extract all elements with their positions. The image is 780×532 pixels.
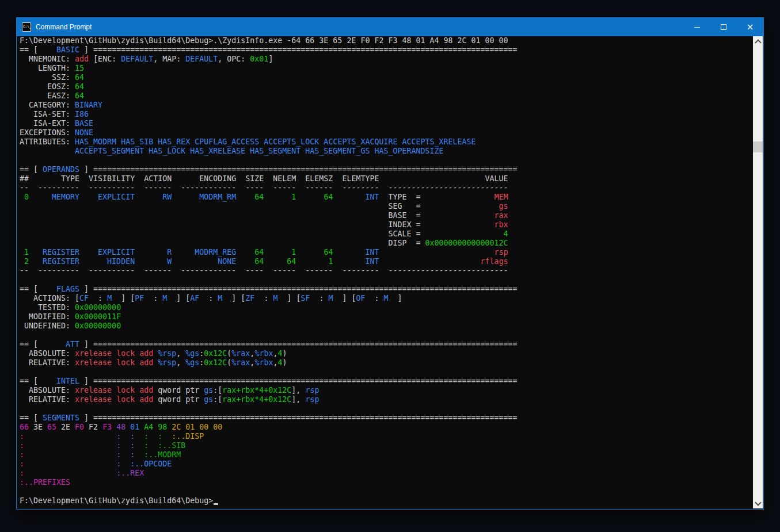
terminal-line: == [ ATT ] =============================… <box>20 340 753 349</box>
terminal-line: == [ OPERANDS ] ========================… <box>20 165 753 174</box>
chevron-down-icon <box>755 499 761 506</box>
terminal-line: 0 MEMORY EXPLICIT RW MODRM_RM 64 1 64 IN… <box>20 193 753 202</box>
terminal-line: SSZ: 64 <box>20 73 753 82</box>
terminal-line: == [ FLAGS ] ===========================… <box>20 285 753 294</box>
terminal-line: SCALE = 4 <box>20 229 753 239</box>
terminal-line: RELATIVE: xrelease lock add qword ptr gs… <box>20 395 753 404</box>
terminal-line: ATTRIBUTES: HAS_MODRM HAS_SIB HAS_REX CP… <box>20 137 753 147</box>
text-cursor <box>214 503 218 505</box>
terminal-line: ## TYPE VISIBILITY ACTION ENCODING SIZE … <box>20 174 753 183</box>
terminal-line: EASZ: 64 <box>20 91 753 101</box>
close-button[interactable]: × <box>737 18 763 36</box>
scrollbar-thumb[interactable] <box>753 141 763 152</box>
terminal-line: LENGTH: 15 <box>20 64 753 73</box>
vertical-scrollbar[interactable] <box>753 36 763 508</box>
terminal-line: ABSOLUTE: xrelease lock add qword ptr gs… <box>20 386 753 395</box>
terminal-line: : :..REX <box>20 469 753 478</box>
terminal-line <box>20 275 753 285</box>
chevron-up-icon <box>755 39 761 45</box>
terminal-line <box>20 487 753 496</box>
terminal-line: ACCEPTS_SEGMENT HAS_LOCK HAS_XRELEASE HA… <box>20 147 753 156</box>
terminal-line: CATEGORY: BINARY <box>20 101 753 110</box>
terminal-line: F:\Development\GitHub\zydis\Build64\Debu… <box>20 36 753 45</box>
terminal-line: == [ BASIC ] ===========================… <box>20 45 753 55</box>
terminal-line: BASE = rax <box>20 211 753 220</box>
close-icon: × <box>747 23 754 32</box>
terminal-line: ISA-EXT: BASE <box>20 119 753 128</box>
terminal-line: : : : : :..SIB <box>20 441 753 450</box>
terminal-line <box>20 368 753 377</box>
terminal-line: INDEX = rbx <box>20 220 753 229</box>
minimize-button[interactable] <box>684 18 710 36</box>
terminal-line: 66 3E 65 2E F0 F2 F3 48 01 A4 98 2C 01 0… <box>20 423 753 432</box>
terminal-line: 2 REGISTER HIDDEN W NONE 64 64 1 INT rfl… <box>20 257 753 266</box>
window-controls: × <box>684 18 763 36</box>
scroll-up-button[interactable] <box>753 36 763 46</box>
terminal-line: : : : : : :..DISP <box>20 432 753 441</box>
window-title: Command Prompt <box>36 23 92 31</box>
terminal-line: SEG = gs <box>20 202 753 211</box>
terminal-line: EXCEPTIONS: NONE <box>20 128 753 137</box>
terminal-line: DISP = 0x000000000000012C <box>20 239 753 248</box>
terminal-line: -- --------- ---------- ------ ---------… <box>20 266 753 275</box>
scroll-down-button[interactable] <box>753 499 763 508</box>
terminal-line: 1 REGISTER EXPLICIT R MODRM_REG 64 1 64 … <box>20 248 753 257</box>
terminal-line: EOSZ: 64 <box>20 82 753 91</box>
terminal-line: ACTIONS: [CF : M ] [PF : M ] [AF : M ] [… <box>20 294 753 303</box>
terminal-line: RELATIVE: xrelease lock add %rsp, %gs:0x… <box>20 358 753 368</box>
terminal-line: ABSOLUTE: xrelease lock add %rsp, %gs:0x… <box>20 349 753 358</box>
terminal-line: : : :..OPCODE <box>20 460 753 469</box>
minimize-icon <box>694 27 700 28</box>
command-prompt-window: C:\_ Command Prompt × F:\Development\Git… <box>16 17 764 510</box>
terminal-line <box>20 331 753 340</box>
terminal-line: == [ SEGMENTS ] ========================… <box>20 414 753 423</box>
title-bar[interactable]: C:\_ Command Prompt × <box>17 18 763 36</box>
terminal-line: -- --------- ---------- ------ ---------… <box>20 183 753 193</box>
terminal-line: == [ INTEL ] ===========================… <box>20 377 753 386</box>
terminal-line: UNDEFINED: 0x00000000 <box>20 322 753 331</box>
terminal-output[interactable]: F:\Development\GitHub\zydis\Build64\Debu… <box>17 36 753 508</box>
terminal-line: MODIFIED: 0x0000011F <box>20 312 753 322</box>
maximize-icon <box>721 24 726 30</box>
terminal-line: F:\Development\GitHub\zydis\Build64\Debu… <box>20 496 753 506</box>
terminal-line: MNEMONIC: add [ENC: DEFAULT, MAP: DEFAUL… <box>20 55 753 64</box>
terminal-line <box>20 404 753 414</box>
terminal-line <box>20 156 753 165</box>
terminal-line: : : : :..MODRM <box>20 450 753 460</box>
terminal-line: :..PREFIXES <box>20 478 753 487</box>
cmd-icon: C:\_ <box>22 22 31 32</box>
maximize-button[interactable] <box>710 18 737 36</box>
terminal-line: TESTED: 0x00000000 <box>20 303 753 312</box>
terminal-line: ISA-SET: I86 <box>20 110 753 119</box>
